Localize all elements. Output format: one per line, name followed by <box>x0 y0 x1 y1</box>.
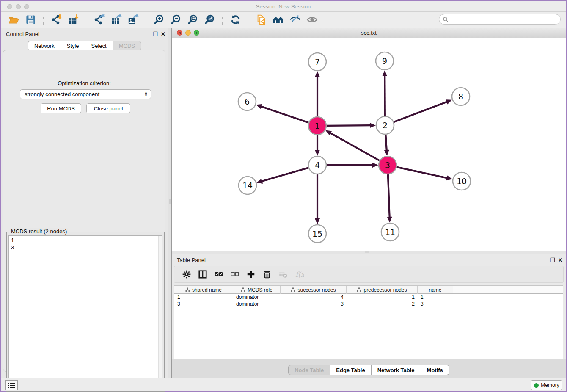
graph-edge-1-4[interactable] <box>315 135 320 156</box>
control-panel-close-icon[interactable]: ✕ <box>161 31 165 37</box>
cell-shared-name[interactable]: 1 <box>174 294 233 301</box>
cell-MCDS-role[interactable]: dominator <box>233 294 281 301</box>
delete-row-button[interactable] <box>260 268 274 281</box>
tab-motifs[interactable]: Motifs <box>421 365 449 375</box>
graph-edge-1-7[interactable] <box>315 71 320 116</box>
column-header-shared-name[interactable]: shared name <box>174 286 233 294</box>
graph-node-6[interactable]: 6 <box>238 93 256 110</box>
graph-node-2[interactable]: 2 <box>376 116 394 134</box>
graph-node-8[interactable]: 8 <box>452 88 470 105</box>
result-scrollbar[interactable] <box>158 236 162 389</box>
tab-edge-table[interactable]: Edge Table <box>330 365 371 375</box>
graph-edge-3-1[interactable] <box>325 130 380 160</box>
graph-edge-4-14[interactable] <box>256 168 308 184</box>
column-header-successor-nodes[interactable]: successor nodes <box>281 286 347 294</box>
graph-node-11[interactable]: 11 <box>381 223 399 241</box>
tab-mcds[interactable]: MCDS <box>113 41 141 50</box>
graph-node-4[interactable]: 4 <box>308 156 326 174</box>
zoom-fit-button[interactable] <box>185 13 200 27</box>
graph-node-3[interactable]: 3 <box>379 156 396 174</box>
delete-table-button <box>276 268 290 281</box>
column-header-name[interactable]: name <box>418 286 453 294</box>
zoom-in-button[interactable] <box>151 13 166 27</box>
vertical-splitter[interactable] <box>168 28 172 378</box>
graph-edge-3-10[interactable] <box>396 167 452 181</box>
refresh-layout-button[interactable] <box>228 13 242 27</box>
splitter-grip[interactable] <box>365 251 369 253</box>
column-header-MCDS-role[interactable]: MCDS role <box>233 286 281 294</box>
table-panel-float-icon[interactable]: ❐ <box>550 257 555 263</box>
graph-node-7[interactable]: 7 <box>308 53 326 71</box>
cell-successor-nodes[interactable]: 4 <box>281 294 347 301</box>
search-box[interactable] <box>439 14 561 25</box>
graph-edge-2-8[interactable] <box>394 99 452 122</box>
clone-network-icon <box>256 14 267 25</box>
graph-edge-2-9[interactable] <box>382 70 387 116</box>
cell-successor-nodes[interactable]: 3 <box>281 301 347 307</box>
task-list-icon <box>8 382 15 389</box>
graphics-details-button[interactable] <box>305 13 319 27</box>
graph-edge-4-15[interactable] <box>315 174 320 224</box>
graph-node-14[interactable]: 14 <box>239 177 256 194</box>
cell-name[interactable]: 3 <box>418 301 453 307</box>
graph-edge-1-6[interactable] <box>256 104 308 123</box>
export-image-button[interactable] <box>126 13 140 27</box>
mcds-result-text-area[interactable]: 13 <box>8 235 162 389</box>
export-network-button[interactable] <box>92 13 106 27</box>
graph-edge-1-2[interactable] <box>327 123 376 128</box>
cell-shared-name[interactable]: 3 <box>174 301 233 307</box>
clone-network-button[interactable] <box>254 13 268 27</box>
toolbar-separator <box>146 14 146 26</box>
zoom-out-button[interactable] <box>168 13 183 27</box>
cell-MCDS-role[interactable]: dominator <box>233 301 281 307</box>
mcds-result-legend: MCDS result (2 nodes) <box>10 228 68 235</box>
memory-button[interactable]: Memory <box>531 380 562 390</box>
delete-table-icon <box>278 270 288 279</box>
horizontal-splitter[interactable] <box>172 251 566 254</box>
home-button[interactable] <box>271 13 285 27</box>
graph-node-15[interactable]: 15 <box>308 225 326 243</box>
zoom-selected-button[interactable] <box>202 13 217 27</box>
table-row[interactable]: 1dominator411 <box>174 294 563 301</box>
splitter-grip[interactable] <box>169 199 171 204</box>
graph-edge-3-11[interactable] <box>387 174 392 223</box>
network-canvas[interactable]: 7968124314101511 <box>172 38 566 251</box>
cell-predecessor-nodes[interactable]: 1 <box>347 294 418 301</box>
tab-node-table[interactable]: Node Table <box>288 365 330 375</box>
birds-eye-button[interactable] <box>288 13 302 27</box>
column-header-predecessor-nodes[interactable]: predecessor nodes <box>347 286 418 294</box>
control-panel-float-icon[interactable]: ❐ <box>153 31 158 37</box>
select-all-button[interactable] <box>212 268 226 281</box>
show-columns-button[interactable] <box>195 268 210 281</box>
refresh-layout-icon <box>230 14 241 25</box>
import-table-button[interactable] <box>66 13 80 27</box>
graph-node-1[interactable]: 1 <box>308 117 326 135</box>
tab-network-table[interactable]: Network Table <box>372 365 421 375</box>
save-session-button[interactable] <box>23 13 38 27</box>
table-row[interactable]: 3dominator323 <box>174 301 563 307</box>
open-file-button[interactable] <box>6 13 21 27</box>
import-network-icon <box>51 14 62 25</box>
tab-select[interactable]: Select <box>85 41 113 50</box>
task-history-button[interactable] <box>5 380 18 390</box>
optimization-criterion-dropdown[interactable]: strongly connected component ▲▼ <box>20 89 151 99</box>
graph-node-10[interactable]: 10 <box>453 172 471 190</box>
export-table-button[interactable] <box>109 13 123 27</box>
graph-edge-2-3[interactable] <box>384 135 389 156</box>
table-settings-button[interactable] <box>179 268 194 281</box>
run-mcds-button[interactable]: Run MCDS <box>41 103 81 113</box>
tab-network[interactable]: Network <box>28 41 61 50</box>
node-label: 11 <box>385 227 395 237</box>
cell-name[interactable]: 1 <box>418 294 453 301</box>
unselect-all-button[interactable] <box>228 268 242 281</box>
search-input[interactable] <box>451 16 560 23</box>
close-panel-button[interactable]: Close panel <box>86 103 130 113</box>
graph-node-9[interactable]: 9 <box>376 52 394 70</box>
add-row-button[interactable] <box>244 268 258 281</box>
import-network-button[interactable] <box>49 13 63 27</box>
tab-style[interactable]: Style <box>61 41 85 50</box>
table-panel-close-icon[interactable]: ✕ <box>558 257 563 263</box>
graph-edge-4-3[interactable] <box>327 163 378 168</box>
cell-predecessor-nodes[interactable]: 2 <box>347 301 418 307</box>
result-line: 3 <box>11 244 160 251</box>
